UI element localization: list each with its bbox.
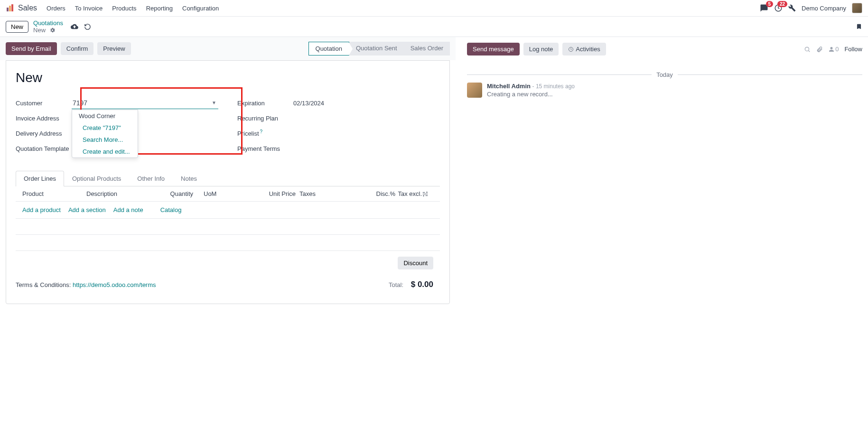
tab-optional-products[interactable]: Optional Products bbox=[64, 171, 129, 186]
label-expiration: Expiration bbox=[237, 100, 293, 107]
undo-icon[interactable] bbox=[84, 23, 91, 30]
new-button[interactable]: New bbox=[6, 21, 28, 33]
log-time: - 15 minutes ago bbox=[532, 83, 575, 90]
tab-order-lines[interactable]: Order Lines bbox=[16, 171, 64, 186]
app-logo-icon bbox=[6, 4, 14, 12]
nav-to-invoice[interactable]: To Invoice bbox=[75, 5, 103, 12]
label-pricelist: Pricelist? bbox=[237, 129, 293, 137]
company-name[interactable]: Demo Company bbox=[802, 5, 846, 12]
log-message: Creating a new record... bbox=[487, 91, 575, 98]
nav-products[interactable]: Products bbox=[112, 5, 136, 12]
th-unit-price: Unit Price bbox=[264, 190, 296, 197]
dropdown-search-more[interactable]: Search More... bbox=[72, 134, 138, 146]
confirm-button[interactable]: Confirm bbox=[61, 42, 94, 55]
empty-row bbox=[16, 235, 440, 251]
breadcrumb-parent[interactable]: Quotations bbox=[33, 19, 63, 27]
status-quotation[interactable]: Quotation bbox=[308, 42, 349, 56]
preview-button[interactable]: Preview bbox=[97, 42, 131, 55]
messages-badge: 5 bbox=[766, 1, 774, 7]
cloud-upload-icon[interactable] bbox=[71, 23, 78, 30]
customer-dropdown: Wood Corner Create "7197" Search More...… bbox=[72, 110, 138, 158]
main-nav: Orders To Invoice Products Reporting Con… bbox=[47, 5, 219, 12]
dropdown-option-wood-corner[interactable]: Wood Corner bbox=[72, 110, 138, 122]
total-label: Total: bbox=[389, 281, 403, 288]
label-recurring-plan: Recurring Plan bbox=[237, 115, 293, 122]
th-tax-excl: Tax excl. bbox=[395, 190, 422, 197]
add-note-link[interactable]: Add a note bbox=[113, 206, 143, 213]
label-payment-terms: Payment Terms bbox=[237, 145, 293, 152]
label-customer: Customer bbox=[16, 100, 72, 107]
tab-other-info[interactable]: Other Info bbox=[129, 171, 173, 186]
th-taxes: Taxes bbox=[296, 190, 372, 197]
app-name[interactable]: Sales bbox=[18, 4, 37, 12]
search-icon[interactable] bbox=[804, 46, 811, 53]
breadcrumb-current: New bbox=[33, 27, 46, 34]
tab-notes[interactable]: Notes bbox=[173, 171, 205, 186]
log-note-button[interactable]: Log note bbox=[523, 43, 559, 56]
activities-icon[interactable]: 22 bbox=[774, 4, 783, 12]
catalog-link[interactable]: Catalog bbox=[160, 206, 182, 213]
th-product: Product bbox=[22, 190, 86, 197]
empty-row bbox=[16, 219, 440, 235]
svg-point-5 bbox=[805, 47, 809, 51]
log-avatar bbox=[467, 83, 482, 98]
follow-button[interactable]: Follow bbox=[844, 46, 862, 53]
add-section-link[interactable]: Add a section bbox=[68, 206, 106, 213]
send-message-button[interactable]: Send message bbox=[467, 43, 520, 56]
nav-reporting[interactable]: Reporting bbox=[146, 5, 173, 12]
th-description: Description bbox=[86, 190, 160, 197]
status-quotation-sent[interactable]: Quotation Sent bbox=[349, 42, 404, 56]
help-icon[interactable]: ? bbox=[260, 129, 263, 134]
dropdown-create[interactable]: Create "7197" bbox=[72, 122, 138, 134]
th-disc: Disc.% bbox=[372, 190, 395, 197]
label-delivery-address: Delivery Address bbox=[16, 130, 72, 137]
activities-badge: 22 bbox=[777, 1, 787, 7]
th-quantity: Quantity bbox=[160, 190, 193, 197]
log-author[interactable]: Mitchell Admin bbox=[487, 83, 531, 90]
column-options-icon[interactable] bbox=[422, 191, 433, 197]
total-amount: $ 0.00 bbox=[411, 280, 433, 289]
bookmark-icon[interactable] bbox=[856, 23, 862, 30]
chatter-date-divider: Today bbox=[467, 74, 862, 75]
expiration-value[interactable]: 02/13/2024 bbox=[293, 100, 440, 107]
gear-icon[interactable] bbox=[49, 27, 56, 33]
followers-count[interactable]: 0 bbox=[829, 46, 839, 53]
dropdown-create-edit[interactable]: Create and edit... bbox=[72, 146, 138, 157]
th-uom: UoM bbox=[193, 190, 264, 197]
add-product-link[interactable]: Add a product bbox=[22, 206, 61, 213]
status-bar: Quotation Quotation Sent Sales Order bbox=[308, 42, 450, 56]
customer-input[interactable] bbox=[72, 97, 218, 109]
messages-icon[interactable]: 5 bbox=[760, 4, 768, 12]
terms-link[interactable]: https://demo5.odoo.com/terms bbox=[73, 281, 156, 288]
svg-rect-1 bbox=[9, 6, 11, 11]
activities-button[interactable]: Activities bbox=[562, 43, 606, 56]
terms-conditions: Terms & Conditions: https://demo5.odoo.c… bbox=[16, 281, 156, 288]
user-avatar[interactable] bbox=[852, 3, 862, 13]
send-by-email-button[interactable]: Send by Email bbox=[6, 42, 57, 55]
form-title: New bbox=[16, 70, 440, 85]
attachment-icon[interactable] bbox=[816, 46, 823, 53]
label-invoice-address: Invoice Address bbox=[16, 115, 72, 122]
discount-button[interactable]: Discount bbox=[398, 257, 433, 269]
svg-rect-2 bbox=[11, 4, 13, 11]
tools-icon[interactable] bbox=[788, 4, 796, 12]
status-sales-order[interactable]: Sales Order bbox=[404, 42, 450, 56]
log-entry: Mitchell Admin - 15 minutes ago Creating… bbox=[467, 83, 862, 98]
nav-configuration[interactable]: Configuration bbox=[182, 5, 219, 12]
nav-orders[interactable]: Orders bbox=[47, 5, 65, 12]
svg-rect-0 bbox=[7, 8, 9, 11]
